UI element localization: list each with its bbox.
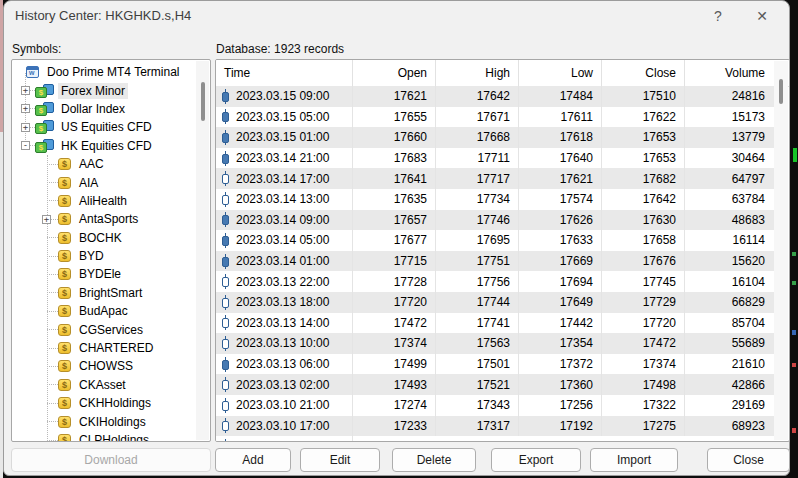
candle-down-icon	[221, 89, 230, 104]
tree-item[interactable]: $CHARTERED	[12, 339, 195, 357]
tree-item[interactable]: $CKIHoldings	[12, 412, 195, 430]
tree-item[interactable]: $BrightSmart	[12, 284, 195, 302]
tree-item-label: CKAsset	[76, 377, 129, 393]
table-scrollbar-thumb[interactable]	[779, 79, 783, 104]
folder-dollar-icon: $	[35, 84, 54, 98]
cell-open: 17683	[353, 148, 436, 169]
tree-item-label: BYD	[76, 248, 107, 264]
column-header-time[interactable]: Time	[216, 60, 353, 86]
tree-item-root[interactable]: Doo Prime MT4 Terminal	[12, 63, 195, 81]
tree-item-label: BYDEle	[76, 266, 124, 282]
tree-item[interactable]: $CKAsset	[12, 376, 195, 394]
expand-icon[interactable]: +	[42, 215, 51, 224]
tree-item-label: BudApac	[76, 303, 131, 319]
tree-item[interactable]: $AIA	[12, 173, 195, 191]
tree-item[interactable]: +$Forex Minor	[12, 81, 195, 99]
table-row[interactable]: 2023.03.14 13:00176351773417574176426378…	[216, 189, 774, 210]
cell-low: 17694	[519, 271, 602, 292]
edit-button[interactable]: Edit	[300, 448, 380, 472]
cell-low: 17442	[519, 313, 602, 334]
table-row[interactable]: 2023.03.13 10:00173741756317354174725568…	[216, 333, 774, 354]
export-button[interactable]: Export	[491, 448, 581, 472]
tree-item[interactable]: $CKHHoldings	[12, 394, 195, 412]
tree-scrollbar-thumb[interactable]	[201, 82, 205, 121]
symbols-tree[interactable]: Doo Prime MT4 Terminal+$Forex Minor+$Dol…	[11, 59, 211, 442]
cell-open: 17472	[353, 313, 436, 334]
tree-item[interactable]: $CHOWSS	[12, 357, 195, 375]
table-row[interactable]: 2023.03.15 05:00176551767117611176221517…	[216, 107, 774, 128]
cell-close: 17658	[602, 230, 685, 251]
dollar-coin-icon: $	[58, 268, 71, 280]
delete-button[interactable]: Delete	[392, 448, 476, 472]
cell-close: 17630	[602, 210, 685, 231]
close-button[interactable]: Close	[707, 448, 790, 472]
tree-item[interactable]: +$AntaSports	[12, 210, 195, 228]
history-table[interactable]: Time Open High Low Close Volume 2023.03.…	[215, 59, 790, 442]
cell-volume: 68923	[685, 416, 774, 437]
table-scrollbar[interactable]	[774, 61, 788, 440]
table-row[interactable]: 2023.03.14 01:00177151775117669176761562…	[216, 251, 774, 272]
column-header-close[interactable]: Close	[602, 60, 685, 86]
column-header-high[interactable]: High	[436, 60, 519, 86]
column-header-low[interactable]: Low	[519, 60, 602, 86]
tree-item[interactable]: +$US Equities CFD	[12, 118, 195, 136]
table-row[interactable]: 2023.03.13 22:00177281775617694177451610…	[216, 271, 774, 292]
cell-volume: 63784	[685, 189, 774, 210]
cell-time: 2023.03.15 05:00	[216, 107, 353, 128]
table-row[interactable]: 2023.03.14 09:00176571774617626176304868…	[216, 210, 774, 231]
close-window-button[interactable]: ✕	[747, 5, 777, 27]
tree-item[interactable]: -$HK Equities CFD	[12, 137, 195, 155]
dollar-coin-icon: $	[58, 416, 71, 428]
background-chart-sliver	[792, 330, 796, 335]
tree-item[interactable]: $CLPHoldings	[12, 431, 195, 442]
titlebar[interactable]: History Center: HKGHKD.s,H4 ? ✕	[4, 1, 789, 31]
tree-item[interactable]: +$Dollar Index	[12, 100, 195, 118]
cell-open: 17374	[353, 333, 436, 354]
candle-up-icon	[221, 377, 230, 392]
cell-high: 17746	[436, 210, 519, 231]
download-button[interactable]: Download	[11, 448, 211, 472]
cell-open: 17715	[353, 251, 436, 272]
expand-icon[interactable]: +	[21, 86, 30, 95]
table-row[interactable]: 2023.03.10 21:00172741734317256173222916…	[216, 395, 774, 416]
table-row[interactable]: 2023.03.13 02:00174931752117360174984286…	[216, 374, 774, 395]
add-button[interactable]: Add	[215, 448, 291, 472]
table-row[interactable]: 2023.03.13 18:00177201774417649177296682…	[216, 292, 774, 313]
cell-volume: 15620	[685, 251, 774, 272]
tree-item[interactable]: $BOCHK	[12, 229, 195, 247]
tree-item[interactable]: $CGServices	[12, 320, 195, 338]
tree-item-label: AIA	[76, 175, 101, 191]
cell-close: 17322	[602, 395, 685, 416]
column-header-open[interactable]: Open	[353, 60, 436, 86]
tree-item[interactable]: $BYDEle	[12, 265, 195, 283]
table-row[interactable]: 2023.03.14 05:00176771769517633176581611…	[216, 230, 774, 251]
tree-item[interactable]: $AliHealth	[12, 192, 195, 210]
cell-open: 17621	[353, 86, 436, 107]
cell-volume: 48683	[685, 210, 774, 231]
table-row[interactable]: 2023.03.13 14:00174721774117442177208570…	[216, 313, 774, 334]
cell-low: 17618	[519, 127, 602, 148]
expand-icon[interactable]: +	[21, 123, 30, 132]
help-button[interactable]: ?	[703, 5, 733, 27]
cell-low: 17611	[519, 107, 602, 128]
table-row[interactable]: 2023.03.14 17:00176411771717621176826479…	[216, 168, 774, 189]
table-row[interactable]: 2023.03.10 17:00172331731717192172756892…	[216, 416, 774, 437]
import-button[interactable]: Import	[590, 448, 678, 472]
tree-item[interactable]: $AAC	[12, 155, 195, 173]
table-row[interactable]: 2023.03.13 06:00174991750117372173742161…	[216, 354, 774, 375]
tree-item[interactable]: $BudApac	[12, 302, 195, 320]
cell-high: 17501	[436, 354, 519, 375]
tree-connector	[47, 329, 58, 330]
cell-close: 17622	[602, 107, 685, 128]
collapse-icon[interactable]: -	[21, 141, 30, 150]
background-chart-sliver	[793, 148, 797, 162]
tree-connector	[47, 421, 58, 422]
table-row[interactable]: 2023.03.15 01:00176601766817618176531377…	[216, 127, 774, 148]
tree-scrollbar[interactable]	[196, 61, 209, 440]
table-row[interactable]: 2023.03.14 21:00176831771117640176533046…	[216, 148, 774, 169]
tree-item[interactable]: $BYD	[12, 247, 195, 265]
table-row[interactable]: 2023.03.15 09:00176211764217484175102481…	[216, 86, 774, 107]
cell-high: 17695	[436, 230, 519, 251]
expand-icon[interactable]: +	[21, 104, 30, 113]
dollar-coin-icon: $	[58, 379, 71, 391]
